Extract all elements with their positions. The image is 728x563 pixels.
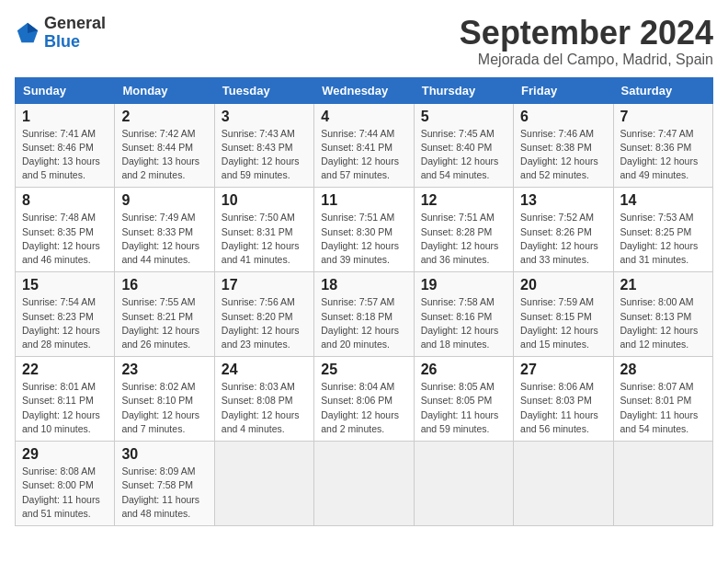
day-detail: Sunrise: 7:51 AM Sunset: 8:28 PM Dayligh… (421, 211, 506, 267)
calendar-week-row: 8Sunrise: 7:48 AM Sunset: 8:35 PM Daylig… (16, 188, 713, 272)
day-detail: Sunrise: 7:55 AM Sunset: 8:21 PM Dayligh… (121, 295, 207, 351)
calendar-cell: 20Sunrise: 7:59 AM Sunset: 8:15 PM Dayli… (514, 272, 613, 357)
day-number: 8 (22, 192, 108, 209)
day-detail: Sunrise: 7:49 AM Sunset: 8:33 PM Dayligh… (121, 211, 207, 267)
header-row: SundayMondayTuesdayWednesdayThursdayFrid… (16, 77, 713, 103)
day-detail: Sunrise: 8:04 AM Sunset: 8:06 PM Dayligh… (321, 380, 406, 436)
calendar-cell: 27Sunrise: 8:06 AM Sunset: 8:03 PM Dayli… (514, 357, 613, 442)
col-header-thursday: Thursday (414, 77, 513, 103)
calendar-cell: 11Sunrise: 7:51 AM Sunset: 8:30 PM Dayli… (314, 188, 414, 272)
day-number: 9 (121, 192, 207, 209)
day-number: 1 (22, 109, 108, 125)
day-detail: Sunrise: 8:08 AM Sunset: 8:00 PM Dayligh… (22, 465, 108, 521)
calendar-cell: 19Sunrise: 7:58 AM Sunset: 8:16 PM Dayli… (414, 272, 513, 357)
calendar-cell: 22Sunrise: 8:01 AM Sunset: 8:11 PM Dayli… (16, 357, 115, 442)
day-detail: Sunrise: 7:52 AM Sunset: 8:26 PM Dayligh… (520, 211, 606, 267)
day-number: 13 (520, 192, 606, 209)
calendar-cell: 26Sunrise: 8:05 AM Sunset: 8:05 PM Dayli… (414, 357, 513, 442)
calendar-cell: 18Sunrise: 7:57 AM Sunset: 8:18 PM Dayli… (314, 272, 414, 357)
calendar-cell (514, 442, 613, 526)
calendar-cell: 3Sunrise: 7:43 AM Sunset: 8:43 PM Daylig… (214, 103, 313, 188)
calendar-cell: 9Sunrise: 7:49 AM Sunset: 8:33 PM Daylig… (115, 188, 214, 272)
day-detail: Sunrise: 8:00 AM Sunset: 8:13 PM Dayligh… (620, 295, 706, 351)
day-detail: Sunrise: 7:42 AM Sunset: 8:44 PM Dayligh… (121, 127, 207, 183)
day-detail: Sunrise: 7:51 AM Sunset: 8:30 PM Dayligh… (321, 211, 406, 267)
col-header-wednesday: Wednesday (314, 77, 414, 103)
day-number: 25 (321, 362, 406, 378)
calendar-cell: 30Sunrise: 8:09 AM Sunset: 7:58 PM Dayli… (115, 442, 214, 526)
logo-general-text: General (44, 14, 106, 32)
month-title: September 2024 (460, 15, 713, 52)
calendar-cell: 25Sunrise: 8:04 AM Sunset: 8:06 PM Dayli… (314, 357, 414, 442)
day-number: 29 (22, 446, 108, 463)
day-detail: Sunrise: 7:48 AM Sunset: 8:35 PM Dayligh… (22, 211, 108, 267)
day-number: 22 (22, 362, 108, 378)
day-number: 24 (222, 362, 307, 378)
page-header: General Blue September 2024 Mejorada del… (15, 15, 713, 68)
calendar-cell: 17Sunrise: 7:56 AM Sunset: 8:20 PM Dayli… (214, 272, 313, 357)
day-detail: Sunrise: 8:07 AM Sunset: 8:01 PM Dayligh… (620, 380, 706, 436)
day-number: 18 (321, 277, 406, 293)
title-block: September 2024 Mejorada del Campo, Madri… (460, 15, 713, 68)
calendar-cell: 13Sunrise: 7:52 AM Sunset: 8:26 PM Dayli… (514, 188, 613, 272)
day-detail: Sunrise: 7:59 AM Sunset: 8:15 PM Dayligh… (520, 295, 606, 351)
logo-blue-text: Blue (44, 32, 80, 51)
calendar-cell: 23Sunrise: 8:02 AM Sunset: 8:10 PM Dayli… (115, 357, 214, 442)
calendar-cell: 16Sunrise: 7:55 AM Sunset: 8:21 PM Dayli… (115, 272, 214, 357)
calendar-week-row: 1Sunrise: 7:41 AM Sunset: 8:46 PM Daylig… (16, 103, 713, 188)
calendar-cell: 14Sunrise: 7:53 AM Sunset: 8:25 PM Dayli… (613, 188, 712, 272)
logo-icon (15, 20, 40, 46)
day-detail: Sunrise: 8:02 AM Sunset: 8:10 PM Dayligh… (121, 380, 207, 436)
day-detail: Sunrise: 7:41 AM Sunset: 8:46 PM Dayligh… (22, 127, 108, 183)
calendar-cell: 8Sunrise: 7:48 AM Sunset: 8:35 PM Daylig… (16, 188, 115, 272)
calendar-cell (613, 442, 712, 526)
calendar-cell: 4Sunrise: 7:44 AM Sunset: 8:41 PM Daylig… (314, 103, 414, 188)
day-detail: Sunrise: 7:53 AM Sunset: 8:25 PM Dayligh… (620, 211, 706, 267)
col-header-monday: Monday (115, 77, 214, 103)
day-detail: Sunrise: 7:44 AM Sunset: 8:41 PM Dayligh… (321, 127, 406, 183)
col-header-saturday: Saturday (613, 77, 712, 103)
calendar-cell: 6Sunrise: 7:46 AM Sunset: 8:38 PM Daylig… (514, 103, 613, 188)
day-number: 16 (121, 277, 207, 293)
calendar-cell: 10Sunrise: 7:50 AM Sunset: 8:31 PM Dayli… (214, 188, 313, 272)
day-detail: Sunrise: 7:43 AM Sunset: 8:43 PM Dayligh… (222, 127, 307, 183)
day-number: 17 (222, 277, 307, 293)
day-number: 10 (222, 192, 307, 209)
calendar-cell: 12Sunrise: 7:51 AM Sunset: 8:28 PM Dayli… (414, 188, 513, 272)
day-number: 14 (620, 192, 706, 209)
day-detail: Sunrise: 7:56 AM Sunset: 8:20 PM Dayligh… (222, 295, 307, 351)
day-detail: Sunrise: 7:57 AM Sunset: 8:18 PM Dayligh… (321, 295, 406, 351)
day-number: 3 (222, 109, 307, 125)
day-number: 5 (421, 109, 506, 125)
day-detail: Sunrise: 8:09 AM Sunset: 7:58 PM Dayligh… (121, 465, 207, 521)
day-number: 21 (620, 277, 706, 293)
day-detail: Sunrise: 8:06 AM Sunset: 8:03 PM Dayligh… (520, 380, 606, 436)
calendar-cell: 5Sunrise: 7:45 AM Sunset: 8:40 PM Daylig… (414, 103, 513, 188)
day-detail: Sunrise: 7:45 AM Sunset: 8:40 PM Dayligh… (421, 127, 506, 183)
calendar-table: SundayMondayTuesdayWednesdayThursdayFrid… (15, 77, 713, 526)
day-number: 19 (421, 277, 506, 293)
calendar-cell: 7Sunrise: 7:47 AM Sunset: 8:36 PM Daylig… (613, 103, 712, 188)
calendar-cell (414, 442, 513, 526)
day-detail: Sunrise: 7:50 AM Sunset: 8:31 PM Dayligh… (222, 211, 307, 267)
calendar-cell: 24Sunrise: 8:03 AM Sunset: 8:08 PM Dayli… (214, 357, 313, 442)
day-detail: Sunrise: 8:03 AM Sunset: 8:08 PM Dayligh… (222, 380, 307, 436)
day-number: 11 (321, 192, 406, 209)
day-number: 6 (520, 109, 606, 125)
calendar-cell: 1Sunrise: 7:41 AM Sunset: 8:46 PM Daylig… (16, 103, 115, 188)
day-number: 15 (22, 277, 108, 293)
day-number: 30 (121, 446, 207, 463)
day-detail: Sunrise: 7:54 AM Sunset: 8:23 PM Dayligh… (22, 295, 108, 351)
day-number: 26 (421, 362, 506, 378)
col-header-friday: Friday (514, 77, 613, 103)
day-number: 2 (121, 109, 207, 125)
day-number: 20 (520, 277, 606, 293)
location: Mejorada del Campo, Madrid, Spain (460, 52, 713, 68)
calendar-cell: 28Sunrise: 8:07 AM Sunset: 8:01 PM Dayli… (613, 357, 712, 442)
calendar-cell: 2Sunrise: 7:42 AM Sunset: 8:44 PM Daylig… (115, 103, 214, 188)
day-number: 12 (421, 192, 506, 209)
calendar-cell: 29Sunrise: 8:08 AM Sunset: 8:00 PM Dayli… (16, 442, 115, 526)
day-detail: Sunrise: 7:47 AM Sunset: 8:36 PM Dayligh… (620, 127, 706, 183)
calendar-cell: 21Sunrise: 8:00 AM Sunset: 8:13 PM Dayli… (613, 272, 712, 357)
calendar-cell (314, 442, 414, 526)
